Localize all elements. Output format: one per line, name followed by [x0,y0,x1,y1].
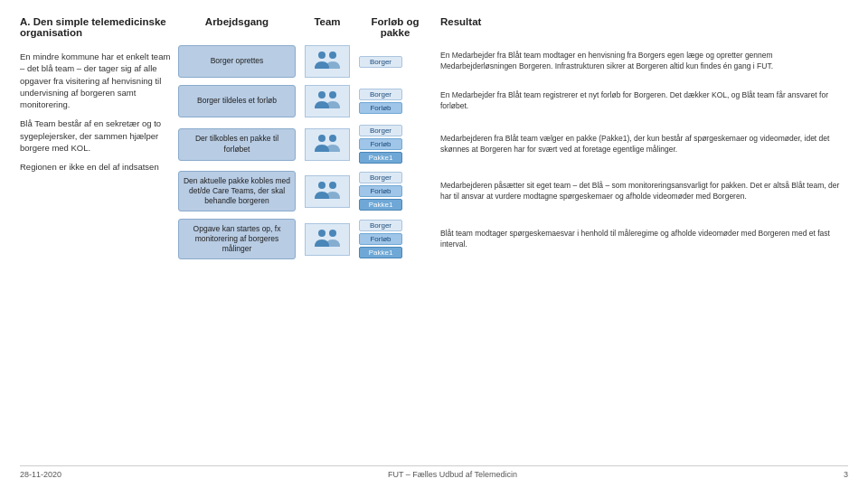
data-rows-container: Borger oprettes [178,45,848,460]
resultat-label: Resultat [440,16,848,27]
svg-point-1 [329,52,336,59]
table-row: Der tilkobles en pakke til forløbet Borg… [178,125,848,164]
arbejdsgang-box-2: Borger tildeles et forløb [178,85,296,117]
org-column-header: A. Den simple telemedicinske organisatio… [20,16,178,38]
page: A. Den simple telemedicinske organisatio… [0,0,868,488]
org-description-2: Blå Team består af en sekretær og to syg… [20,117,174,154]
badge-borger-1: Borger [359,56,402,68]
team-icon-4 [305,175,350,208]
table-row: Borger tildeles et forløb Borger For [178,85,848,117]
arbejdsgang-box-3: Der tilkobles en pakke til forløbet [178,128,296,161]
team-cell-5 [296,223,359,256]
main-content: En mindre kommune har et enkelt team – d… [20,45,848,460]
forloeb-label: Forløb og pakke [359,16,431,38]
team-cell-4 [296,175,359,208]
team-icon-2 [305,85,350,117]
arbejdsgang-label: Arbejdsgang [178,16,296,27]
badge-forloeb-4: Forløb [359,185,402,197]
team-icon-1 [305,45,350,78]
arbejdsgang-column-header: Arbejdsgang [178,16,296,27]
header-row: A. Den simple telemedicinske organisatio… [20,16,848,38]
svg-point-5 [329,135,336,142]
arbejdsgang-box-5: Opgave kan startes op, fx monitorering a… [178,219,296,259]
resultat-column-header: Resultat [431,16,848,27]
org-title: A. Den simple telemedicinske organisatio… [20,16,178,38]
resultat-cell-1: En Medarbejder fra Blåt team modtager en… [431,51,848,72]
badge-pakke1-5: Pakke1 [359,247,402,258]
org-description-panel: En mindre kommune har et enkelt team – d… [20,45,178,460]
forloeb-cell-4: Borger Forløb Pakke1 [359,172,431,211]
team-cell-1 [296,45,359,78]
arbejdsgang-box-4: Den aktuelle pakke kobles med det/de Car… [178,171,296,211]
org-description-1: En mindre kommune har et enkelt team – d… [20,51,174,110]
people-icon [311,132,344,157]
arbejdsgang-box-1: Borger oprettes [178,45,296,78]
footer: 28-11-2020 FUT – Fælles Udbud af Telemed… [20,465,848,479]
svg-point-2 [318,91,326,99]
org-description-3: Regionen er ikke en del af indsatsen [20,161,174,173]
team-icon-3 [305,128,350,161]
svg-point-7 [329,182,336,189]
people-icon [311,179,344,204]
team-cell-3 [296,128,359,161]
svg-point-9 [329,230,336,237]
table-row: Borger oprettes [178,45,848,78]
footer-title: FUT – Fælles Udbud af Telemedicin [388,470,517,479]
forloeb-cell-5: Borger Forløb Pakke1 [359,220,431,258]
people-icon [311,89,344,114]
forloeb-cell-3: Borger Forløb Pakke1 [359,125,431,164]
badge-borger-5: Borger [359,220,402,231]
badge-forloeb-5: Forløb [359,233,402,245]
resultat-cell-4: Medarbejderen påsætter sit eget team – d… [431,181,848,202]
footer-page-number: 3 [844,470,848,479]
footer-date: 28-11-2020 [20,470,61,479]
svg-point-3 [329,91,336,99]
resultat-cell-3: Medarbejderen fra Blåt team vælger en pa… [431,134,848,155]
forloeb-cell-2: Borger Forløb [359,89,431,114]
badge-forloeb-3: Forløb [359,138,402,150]
svg-point-0 [318,52,326,59]
team-cell-2 [296,85,359,117]
team-label: Team [296,16,359,27]
resultat-cell-5: Blåt team modtager spørgeskemaesvar i he… [431,229,848,250]
svg-point-6 [318,182,326,189]
table-row: Den aktuelle pakke kobles med det/de Car… [178,171,848,211]
team-icon-5 [305,223,350,256]
badge-borger-4: Borger [359,172,402,183]
forloeb-cell-1: Borger [359,56,431,68]
people-icon [311,227,344,252]
people-icon [311,49,344,74]
svg-point-8 [318,230,326,237]
badge-pakke1-3: Pakke1 [359,152,402,164]
svg-point-4 [318,135,326,142]
team-column-header: Team [296,16,359,27]
forloeb-column-header: Forløb og pakke [359,16,431,38]
badge-pakke1-4: Pakke1 [359,199,402,211]
badge-borger-2: Borger [359,89,402,100]
resultat-cell-2: En Medarbejder fra Blåt team registrerer… [431,90,848,112]
badge-forloeb-2: Forløb [359,102,402,114]
table-row: Opgave kan startes op, fx monitorering a… [178,219,848,259]
badge-borger-3: Borger [359,125,402,136]
